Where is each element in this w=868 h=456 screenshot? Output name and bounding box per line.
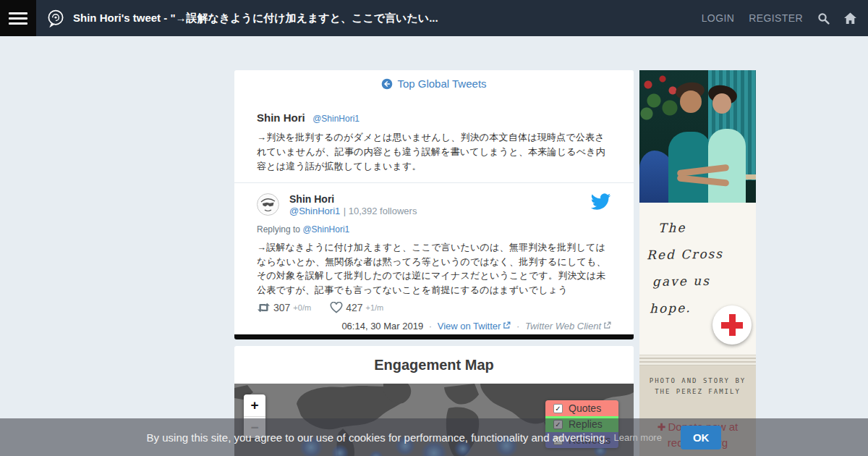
engagement-map-title: Engagement Map — [234, 356, 634, 373]
tweet-source-link[interactable]: Twitter Web Client — [525, 321, 601, 332]
embedded-tweet-text: →誤解なきように付け加えますと、ここで言いたいのは、無罪判決を批判してはならない… — [257, 240, 611, 297]
ad-photo-flowers — [639, 73, 683, 134]
ad-photo — [639, 70, 756, 203]
search-icon[interactable] — [817, 12, 830, 25]
like-rate: +1/m — [365, 303, 383, 312]
divider — [234, 182, 634, 183]
ad-photo-child-face — [680, 90, 702, 113]
page-title: Shin Hori's tweet - "→誤解なきように付け加えますと、ここで… — [73, 12, 693, 25]
replying-to-line: Replying to @ShinHori1 — [257, 224, 611, 235]
avatar[interactable] — [257, 193, 279, 216]
like-stat: 427 +1/m — [330, 302, 383, 313]
checkbox-checked-icon[interactable]: ✓ — [553, 404, 563, 413]
tweet-text: →判決を批判するのがダメとは思いませんし、判決の本文自体は現時点で公表されていま… — [257, 130, 611, 174]
red-cross-ad[interactable]: The Red Cross gave us hope. PHOTO AND ST… — [639, 70, 756, 456]
top-global-tweets-label: Top Global Tweets — [397, 77, 486, 90]
separator: · — [429, 321, 432, 332]
separator: · — [516, 321, 519, 332]
author-handle-link[interactable]: @ShinHori1 — [312, 114, 359, 124]
cookie-banner: By using this site, you agree to our use… — [0, 418, 868, 456]
timestamp: 06:14, 30 Mar 2019 — [341, 321, 423, 332]
red-cross-icon — [729, 314, 736, 336]
ad-photo-mother-face — [712, 93, 731, 114]
login-link[interactable]: LOGIN — [702, 12, 735, 24]
ad-handwritten-note: The Red Cross gave us hope. — [639, 203, 756, 355]
layer-label: Quotes — [569, 402, 601, 414]
ad-credit-line: PHOTO AND STORY BY — [639, 376, 756, 387]
menu-icon[interactable] — [0, 0, 36, 36]
ad-credit-line: THE PEREZ FAMILY — [639, 387, 756, 397]
replying-to-handle-link[interactable]: @ShinHori1 — [302, 224, 349, 235]
cookie-learn-more-link[interactable]: Learn more — [613, 432, 661, 443]
author-line: Shin Hori @ShinHori1 — [257, 111, 611, 124]
stats-row: 307 +0/m 427 +1/m — [257, 302, 611, 313]
embedded-author-name: Shin Hori — [289, 193, 417, 205]
embedded-author-block: Shin Hori @ShinHori1 | 10,392 followers — [289, 193, 417, 217]
twitter-bird-icon[interactable] — [590, 193, 611, 211]
retweet-rate: +0/m — [293, 303, 311, 312]
home-icon[interactable] — [844, 12, 856, 25]
followers-count: | 10,392 followers — [344, 206, 417, 216]
cookie-message: By using this site, you agree to our use… — [147, 431, 608, 444]
tweet-card: Top Global Tweets Shin Hori @ShinHori1 →… — [234, 70, 634, 339]
zoom-in-button[interactable]: + — [244, 394, 265, 416]
heart-icon — [330, 302, 343, 313]
register-link[interactable]: REGISTER — [749, 12, 803, 24]
arrow-circle-left-icon — [381, 78, 393, 90]
ad-paper-stack-edge — [639, 355, 756, 366]
embedded-tweet-header: Shin Hori @ShinHori1 | 10,392 followers — [257, 193, 611, 217]
trendsmap-logo-icon[interactable] — [46, 8, 66, 28]
view-on-twitter-link[interactable]: View on Twitter — [438, 321, 501, 332]
ad-headline-line: gave us — [639, 267, 756, 296]
embedded-author-handle-link[interactable]: @ShinHori1 — [289, 206, 340, 216]
layer-toggle-quotes[interactable]: ✓ Quotes — [545, 400, 618, 416]
like-count: 427 — [346, 302, 362, 313]
ad-headline-line: Red Cross — [639, 240, 756, 269]
header: Shin Hori's tweet - "→誤解なきように付け加えますと、ここで… — [0, 0, 868, 36]
ad-headline-line: The — [639, 214, 756, 242]
replying-to-label: Replying to — [257, 224, 300, 235]
header-actions: LOGIN REGISTER — [702, 12, 856, 25]
external-link-icon — [603, 321, 611, 329]
retweet-count: 307 — [273, 302, 290, 313]
cookie-ok-button[interactable]: OK — [681, 426, 722, 449]
red-cross-badge — [712, 305, 752, 345]
external-link-icon — [503, 321, 511, 329]
top-global-tweets-link[interactable]: Top Global Tweets — [257, 77, 611, 90]
author-name: Shin Hori — [257, 111, 305, 124]
tweet-meta-row: 06:14, 30 Mar 2019 · View on Twitter · T… — [257, 321, 611, 332]
retweet-stat: 307 +0/m — [257, 302, 311, 313]
retweet-icon — [257, 303, 271, 313]
